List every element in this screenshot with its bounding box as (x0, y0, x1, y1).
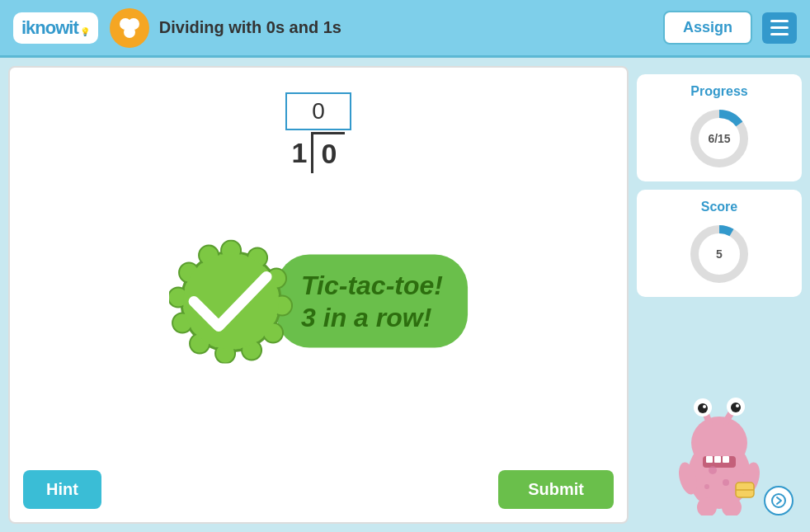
sidebar: Progress 6/15 Score (637, 66, 802, 524)
logo: iknowit 💡 (13, 12, 98, 44)
svg-point-42 (723, 479, 729, 486)
svg-point-29 (703, 405, 706, 408)
score-value: 5 (716, 247, 723, 261)
progress-donut: 6/15 (686, 106, 752, 172)
score-label: Score (701, 200, 737, 214)
lesson-title: Dividing with 0s and 1s (159, 18, 663, 37)
division-row: 1 0 (292, 132, 346, 173)
monster-character (670, 392, 769, 516)
progress-value: 6/15 (708, 132, 730, 145)
menu-line1 (770, 20, 789, 22)
hint-button[interactable]: Hint (23, 470, 101, 509)
svg-point-28 (731, 403, 741, 412)
svg-rect-32 (706, 456, 713, 463)
svg-point-44 (772, 494, 785, 507)
checkmark-badge (169, 239, 293, 363)
quotient-input[interactable] (285, 92, 351, 130)
svg-point-27 (698, 403, 708, 413)
progress-section: Progress 6/15 (637, 74, 802, 181)
content-area: 1 0 (8, 66, 629, 524)
celebration-bubble: Tic-tac-toe! 3 in a row! (276, 255, 468, 348)
menu-line2 (770, 26, 789, 29)
dividend: 0 (311, 132, 346, 173)
divisor: 1 (292, 137, 308, 169)
celebration-line1: Tic-tac-toe! (301, 270, 443, 301)
logo-text: iknowit (21, 17, 78, 39)
math-display: 1 0 (26, 92, 610, 173)
monster-area (670, 305, 769, 516)
svg-rect-34 (723, 456, 729, 463)
scallop-svg (169, 239, 293, 363)
menu-button[interactable] (762, 12, 797, 44)
svg-point-43 (704, 484, 709, 489)
progress-label: Progress (690, 84, 747, 99)
svg-rect-33 (714, 456, 721, 463)
celebration-overlay: Tic-tac-toe! 3 in a row! (169, 239, 468, 363)
lesson-icon (110, 8, 149, 48)
svg-point-2 (124, 26, 135, 38)
menu-line3 (770, 33, 789, 35)
score-donut: 5 (686, 221, 752, 287)
score-section: Score 5 (637, 190, 802, 297)
submit-button[interactable]: Submit (498, 470, 614, 509)
svg-point-30 (736, 404, 739, 407)
quotient-row (285, 92, 351, 130)
assign-button[interactable]: Assign (663, 11, 752, 45)
header: iknowit 💡 Dividing with 0s and 1s Assign (0, 0, 810, 58)
logo-bulb-icon: 💡 (80, 27, 90, 36)
svg-point-41 (709, 466, 717, 474)
bottom-buttons: Hint Submit (23, 470, 614, 509)
main-layout: 1 0 (0, 58, 810, 532)
celebration-line2: 3 in a row! (301, 301, 443, 332)
lesson-icon-circles (117, 16, 142, 40)
next-arrow-icon (771, 493, 786, 508)
next-arrow-button[interactable] (764, 486, 794, 516)
long-division: 1 0 (285, 92, 351, 173)
